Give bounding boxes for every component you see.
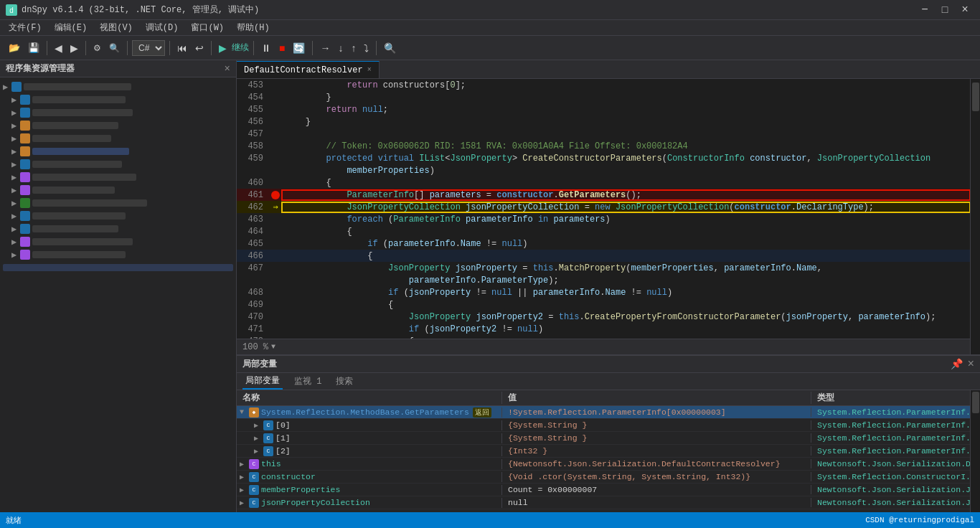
var-value-cell-5: {Newtonsoft.Json.Serialization.DefaultCo… [502,459,811,468]
zoom-bar: 100 % ▼ [237,339,980,354]
code-line-467: 467 JsonProperty jsonProperty = this.Mat… [237,262,970,274]
bottom-tabs: 局部变量 监视 1 搜索 [237,373,980,390]
zoom-level[interactable]: 100 % [242,342,268,352]
right-panel: DefaultContractResolver × 453 return con… [237,60,980,512]
menu-edit[interactable]: 编辑(E) [49,20,93,35]
var-value-cell-3: {System.String } [502,433,811,443]
minimize-button[interactable]: − [915,3,934,17]
var-name-text-3: [1] [275,433,291,443]
code-line-472: 472 { [237,335,970,339]
toolbar-run[interactable]: ▶ [216,41,230,55]
expand-arrow-4[interactable]: ▶ [254,447,261,456]
menu-window[interactable]: 窗口(W) [185,20,230,35]
toolbar-next[interactable]: ⤵ [361,41,372,55]
maximize-button[interactable]: □ [936,3,954,17]
svg-text:d: d [9,7,14,15]
code-line-457: 457 [237,128,970,140]
expand-arrow-2[interactable]: ▶ [254,421,261,430]
code-editor: 453 return constructors[0]; 454 } 455 [237,79,980,354]
var-type-cell-2: System.Reflection.ParameterInf... [811,420,980,430]
tab-default-contract-resolver[interactable]: DefaultContractResolver × [237,61,380,78]
code-line-467b: parameterInfo.ParameterType); [237,274,970,286]
toolbar-search[interactable]: 🔍 [106,42,123,55]
code-content[interactable]: 453 return constructors[0]; 454 } 455 [237,79,980,339]
var-icon-2: C [263,420,273,430]
bottom-panel: 局部变量 📌 × 局部变量 监视 1 搜索 [237,354,980,512]
var-name-cell-6: ▶ C constructor [237,472,502,482]
toolbar-step-out[interactable]: ↑ [348,41,359,55]
toolbar-stop[interactable]: ■ [276,41,288,55]
var-name-text-6: constructor [261,472,316,481]
code-line-460: 460 { [237,176,970,189]
breakpoint-461[interactable] [271,191,280,199]
title-text: dnSpy v6.1.4 (32-bit, .NET Core, 管理员, 调试… [22,4,915,16]
var-icon-8: C [249,498,259,508]
code-line-465: 465 if (parameterInfo.Name != null) [237,237,970,250]
var-name-cell-1: ▼ ◆ System.Reflection.MethodBase.GetPara… [237,407,502,418]
return-badge: 返回 [473,407,491,418]
tab-watch1[interactable]: 监视 1 [291,374,324,389]
assembly-tree: ▶ ▶ ▶ ▶ ▶ ▶ ▶ ▶ ▶ ▶ ▶ ▶ ▶ ▶ [0,77,236,512]
toolbar-undo[interactable]: ↩ [192,41,207,55]
expand-arrow-5[interactable]: ▶ [240,460,247,468]
toolbar-search2[interactable]: 🔍 [381,41,399,55]
var-value-cell-6: {Void .ctor(System.String, System.String… [502,472,811,481]
tab-bar: DefaultContractResolver × [237,60,980,79]
toolbar-forward[interactable]: ▶ [67,41,81,55]
var-name-cell-2: ▶ C [0] [237,420,502,430]
var-name-text-5: this [261,459,281,468]
bottom-panel-header: 局部变量 📌 × [237,356,980,373]
var-row-memberproperties: ▶ C memberProperties Count = 0x00000007 … [237,484,980,496]
left-panel: 程序集资源管理器 × ▶ ▶ ▶ ▶ ▶ ▶ ▶ ▶ ▶ ▶ ▶ ▶ ▶ ▶ [0,60,237,512]
var-name-text-4: [2] [275,446,291,456]
var-value-cell-8: null [502,498,811,507]
status-left: 就绪 [6,515,22,526]
menu-file[interactable]: 文件(F) [3,20,47,35]
bottom-panel-close[interactable]: × [967,358,974,371]
menu-help[interactable]: 帮助(H) [231,20,275,35]
code-line-455: 455 return null; [237,103,970,116]
tab-search[interactable]: 搜索 [333,374,356,389]
expand-arrow-6[interactable]: ▶ [240,473,247,481]
toolbar-restart[interactable]: 🔄 [290,41,308,55]
code-line-469: 469 { [237,298,970,311]
zoom-dropdown-icon[interactable]: ▼ [271,343,275,351]
toolbar-save[interactable]: 💾 [25,41,42,55]
col-header-type: 类型 [811,392,980,404]
code-line-459: 459 protected virtual IList<JsonProperty… [237,152,970,164]
toolbar-step-into[interactable]: ↓ [335,41,346,55]
var-name-text-1: System.Reflection.MethodBase.GetParamete… [261,407,469,417]
tab-local-vars[interactable]: 局部变量 [242,373,283,390]
col-header-value: 值 [502,392,811,404]
var-type-cell-1: System.Reflection.ParameterInf... [811,407,980,417]
var-type-cell-8: Newtonsoft.Json.Serialization.J... [811,498,980,507]
tab-close-icon[interactable]: × [367,66,372,74]
toolbar-open[interactable]: 📂 [6,41,23,55]
var-name-cell-7: ▶ C memberProperties [237,485,502,495]
toolbar-settings[interactable]: ⚙ [90,42,104,55]
menu-debug[interactable]: 调试(D) [140,20,184,35]
toolbar-step-over[interactable]: → [317,41,333,55]
code-line-471: 471 if (jsonProperty2 != null) [237,323,970,335]
lang-dropdown[interactable]: C# [132,40,165,56]
expand-arrow-8[interactable]: ▶ [240,499,247,507]
var-value-cell-1: !System.Reflection.ParameterInfo[0x00000… [502,407,811,417]
variables-header: 名称 值 类型 [237,390,980,406]
bottom-panel-pin[interactable]: 📌 [951,358,963,370]
toolbar-pause[interactable]: ⏸ [258,41,274,55]
expand-arrow-3[interactable]: ▶ [254,434,261,443]
code-line-466: 466 { [237,250,970,262]
toolbar-back[interactable]: ◀ [52,41,65,55]
expand-arrow-1[interactable]: ▼ [240,408,247,416]
var-icon-6: C [249,472,259,482]
left-panel-header: 程序集资源管理器 × [0,60,236,77]
menu-view[interactable]: 视图(V) [94,20,138,35]
close-button[interactable]: × [956,3,974,17]
continue-label[interactable]: 继续 [232,42,249,54]
toolbar-rewind[interactable]: ⏮ [174,41,190,55]
left-panel-close[interactable]: × [225,63,230,75]
col-header-name: 名称 [237,392,502,404]
var-icon-3: C [263,433,273,443]
var-row-constructor: ▶ C constructor {Void .ctor(System.Strin… [237,471,980,484]
expand-arrow-7[interactable]: ▶ [240,486,247,494]
